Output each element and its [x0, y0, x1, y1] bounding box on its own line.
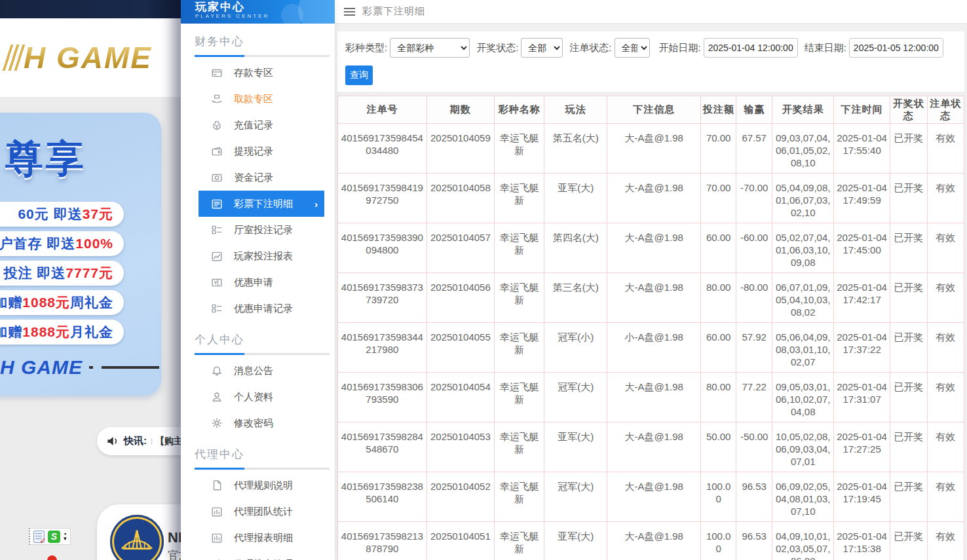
- table-cell: 亚军(大): [544, 174, 607, 223]
- sidebar-item-label: 提现记录: [234, 145, 273, 158]
- news-ticker[interactable]: 快讯: ⁞ 【购主: [97, 427, 181, 455]
- team-stats-icon: [211, 506, 223, 517]
- sidebar-item-team-stats[interactable]: 代理团队统计: [181, 498, 335, 525]
- nba-card-subtitle: 官方: [168, 549, 181, 560]
- sidebar-item-label: 玩家投注报表: [234, 250, 293, 263]
- promo-pill-text: 1888元: [22, 323, 70, 341]
- coupon-record-icon: [211, 303, 223, 314]
- table-cell: 05,02,07,04,01,06,03,10,09,08: [772, 223, 834, 273]
- sidebar-item-funds[interactable]: 资金记录: [181, 164, 335, 191]
- sidebar: 玩家中心 PLAYERS CENTER 财务中心存款专区取款专区充值记录提现记录…: [181, 0, 335, 560]
- table-cell: 05,04,09,08,01,06,07,03,02,10: [772, 174, 834, 223]
- table-cell: 96.53: [736, 472, 772, 522]
- table-cell: 已开奖: [890, 422, 927, 472]
- table-cell: 70.00: [701, 174, 736, 223]
- sidebar-item-user[interactable]: 个人资料: [181, 384, 335, 410]
- table-header-row: 注单号期数彩种名称玩法下注信息投注额输赢开奖结果下注时间开奖状态注单状态: [338, 96, 964, 124]
- column-header: 开奖状态: [890, 96, 927, 124]
- table-cell: 20250104057: [427, 223, 494, 273]
- sidebar-header: 玩家中心 PLAYERS CENTER: [181, 0, 335, 24]
- table-cell: 亚军(大): [544, 422, 607, 472]
- column-header: 开奖结果: [772, 96, 834, 124]
- end-date-input[interactable]: [849, 38, 943, 58]
- ticker-label: 快讯:: [124, 435, 147, 447]
- sidebar-item-card[interactable]: 存款专区: [181, 60, 335, 86]
- funds-icon: [211, 172, 223, 183]
- hamburger-menu-icon[interactable]: [344, 8, 355, 16]
- sidebar-item-wallet[interactable]: 提现记录: [181, 138, 335, 164]
- collapse-icon[interactable]: ▪▾: [64, 532, 67, 541]
- lottery-type-select[interactable]: 全部彩种: [390, 38, 470, 58]
- sidebar-item-label: 消息公告: [234, 365, 273, 377]
- table-cell: 50.00: [701, 422, 736, 472]
- promo-pill-text: 37元: [83, 205, 113, 223]
- sidebar-item-label: 充值记录: [234, 119, 273, 132]
- table-cell: 06,09,02,05,04,08,01,03,07,10: [772, 472, 834, 522]
- sogou-input-icon[interactable]: S: [48, 531, 60, 543]
- table-cell: 401569173598306793590: [338, 373, 427, 422]
- sidebar-item-hall-record[interactable]: 厅室投注记录: [181, 217, 335, 243]
- sidebar-item-report-detail[interactable]: 代理报表明细: [181, 525, 335, 551]
- promo-pill-text: 7777元: [66, 264, 113, 282]
- table-cell: 已开奖: [890, 124, 927, 174]
- table-cell: 有效: [927, 422, 964, 472]
- order-status-select[interactable]: 全部: [615, 38, 650, 58]
- notes-icon[interactable]: [33, 531, 45, 543]
- brand-logo-band: H GAME: [0, 18, 181, 97]
- sidebar-item-bell[interactable]: 消息公告: [181, 358, 335, 384]
- section-title: 代理中心: [181, 436, 335, 468]
- report-detail-icon: [211, 532, 223, 544]
- sidebar-item-coupon[interactable]: 优惠申请: [181, 269, 335, 295]
- draw-status-select[interactable]: 全部: [521, 38, 563, 58]
- dash-icon: [102, 366, 159, 369]
- promo-pill-text: 天加赠: [0, 323, 22, 341]
- promo-pill-text: 天加赠: [0, 293, 22, 312]
- sidebar-item-bet-list[interactable]: 彩票下注明细›: [199, 191, 324, 217]
- sidebar-item-coupon-record[interactable]: 优惠申请记录: [181, 295, 335, 322]
- sidebar-item-moneybag[interactable]: 充值记录: [181, 112, 335, 138]
- query-button[interactable]: 查询: [345, 65, 373, 85]
- table-cell: 有效: [927, 522, 964, 560]
- section-title: 个人中心: [181, 322, 335, 353]
- table-cell: 100.00: [701, 522, 736, 560]
- table-cell: -50.00: [736, 422, 772, 472]
- coupon-icon: [211, 276, 223, 288]
- red-badge: [47, 555, 57, 560]
- bets-table: 注单号期数彩种名称玩法下注信息投注额输赢开奖结果下注时间开奖状态注单状态 401…: [337, 96, 964, 560]
- table-cell: 幸运飞艇新: [494, 174, 544, 223]
- sidebar-item-label: 取款专区: [234, 93, 273, 105]
- start-date-input[interactable]: [704, 38, 798, 58]
- table-cell: 2025-01-04 17:49:59: [834, 174, 890, 223]
- table-cell: 09,03,07,04,06,01,05,02,08,10: [772, 124, 834, 174]
- table-cell: 2025-01-04 17:27:25: [834, 422, 890, 472]
- hand-money-icon: [211, 93, 223, 105]
- promo-pill: 户首存 即送100%: [0, 231, 124, 256]
- sidebar-item-doc[interactable]: 代理规则说明: [181, 472, 335, 498]
- bets-table-card: 注单号期数彩种名称玩法下注信息投注额输赢开奖结果下注时间开奖状态注单状态 401…: [337, 96, 964, 560]
- table-cell: 67.57: [736, 124, 772, 174]
- sidebar-item-share[interactable]: 代理推广管理: [181, 551, 335, 560]
- sidebar-item-report-chart[interactable]: 玩家投注报表: [181, 243, 335, 269]
- table-cell: 幸运飞艇新: [494, 373, 544, 422]
- ticker-separator: ⁞: [151, 438, 151, 445]
- sidebar-item-hand-money[interactable]: 取款专区: [181, 86, 335, 112]
- sidebar-item-gear[interactable]: 修改密码: [181, 410, 335, 436]
- table-cell: 70.00: [701, 124, 736, 174]
- nba-card[interactable]: NBA 官方: [97, 504, 181, 560]
- table-row: 40156917359834421798020250104055幸运飞艇新冠军(…: [338, 323, 964, 373]
- table-cell: 幸运飞艇新: [494, 273, 544, 323]
- section-underline: [195, 55, 330, 57]
- table-cell: 20250104052: [427, 472, 494, 522]
- table-row: 40156917359841997275020250104058幸运飞艇新亚军(…: [338, 174, 964, 223]
- ime-toolbar[interactable]: S ▪▾: [29, 528, 71, 545]
- promo-pill-text: 户首存 即送: [0, 234, 75, 253]
- wallet-icon: [211, 145, 223, 157]
- bet-list-icon: [211, 198, 223, 210]
- table-row: 40156917359823850614020250104052幸运飞艇新冠军(…: [338, 472, 964, 522]
- promo-headline: 尊享: [5, 134, 161, 185]
- table-cell: 大-A盘@1.98: [607, 223, 701, 273]
- table-cell: -80.00: [736, 273, 772, 323]
- promo-footer: H GAME: [0, 356, 161, 379]
- table-cell: 20250104051: [427, 522, 494, 560]
- table-cell: 幸运飞艇新: [494, 522, 544, 560]
